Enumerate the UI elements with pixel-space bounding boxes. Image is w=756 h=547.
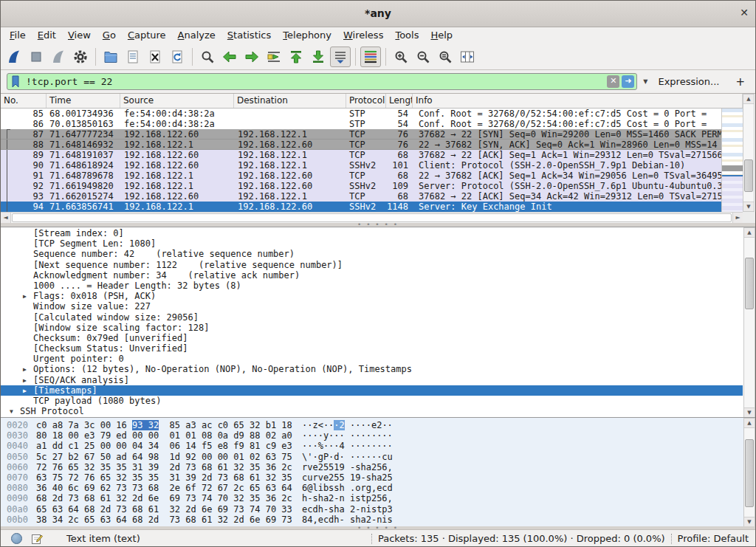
hex-bytes[interactable]: 36 40 6c 69 62 73 73 68 2e 6f 72 67 2c 6… [36,483,292,493]
zoom-in-button[interactable] [391,47,411,67]
packet-row[interactable]: 8568.001734936fe:54:00:d4:38:2aSTP54Conf… [1,109,721,119]
detail-line[interactable]: [Window size scaling factor: 128] [1,323,743,333]
display-filter-entry[interactable]: !tcp.port == 22 ✕ ➜ [7,73,637,90]
hex-row[interactable]: 009068 2d 73 68 61 32 2d 6e 69 73 74 70 … [1,493,743,503]
menu-tools[interactable]: Tools [389,27,425,44]
close-window-icon[interactable]: ✕ [740,7,749,18]
hex-ascii[interactable]: ···%···4 ········ [302,441,393,451]
menu-telephony[interactable]: Telephony [277,27,337,44]
intelligent-scrollbar-minimap[interactable] [721,109,743,212]
hex-row[interactable]: 0040a1 dd c1 25 00 00 04 34 06 14 f5 e8 … [1,441,743,451]
expression-button[interactable]: Expression... [653,76,724,87]
scroll-thumb[interactable] [744,159,753,192]
detail-line[interactable]: Urgent pointer: 0 [1,354,743,364]
hex-ascii[interactable]: curve255 19-sha25 [302,472,393,483]
hex-row[interactable]: 006072 76 65 32 35 35 31 39 2d 73 68 61 … [1,462,743,472]
save-capture-file-button[interactable] [123,47,143,67]
packet-row[interactable]: 9071.648618924192.168.122.60192.168.122.… [1,160,721,171]
menu-wireless[interactable]: Wireless [337,27,389,44]
column-header-info[interactable]: Info [413,94,743,108]
details-vscrollbar[interactable]: ▲ ▼ [743,227,755,418]
column-header-protocol[interactable]: Protocol [346,94,386,108]
column-header-destination[interactable]: Destination [234,94,346,108]
hex-ascii[interactable]: h-sha2-n istp256, [302,493,393,503]
detail-line[interactable]: [TCP Segment Len: 1080] [1,238,743,249]
column-header-source[interactable]: Source [120,94,234,108]
scroll-thumb[interactable] [12,213,732,222]
detail-line[interactable]: Window size value: 227 [1,301,743,312]
scroll-down-icon[interactable]: ▼ [743,202,754,211]
collapsed-arrow-icon[interactable]: ▶ [23,292,27,302]
scroll-down-icon[interactable]: ▼ [744,407,755,417]
detail-line[interactable]: Acknowledgment number: 34 (relative ack … [1,270,743,281]
packet-row[interactable]: 8670.013850163fe:54:00:d4:38:2aSTP54Conf… [1,119,721,129]
filter-apply-icon[interactable]: ➜ [622,75,634,88]
expanded-arrow-icon[interactable]: ▼ [10,407,13,417]
detail-line[interactable]: ▶Flags: 0x018 (PSH, ACK) [1,291,743,301]
packet-row[interactable]: 9171.648789678192.168.122.1192.168.122.6… [1,171,721,181]
detail-line[interactable]: [Next sequence number: 1122 (relative se… [1,260,743,270]
column-header-length[interactable]: Length [386,94,413,108]
go-first-packet-button[interactable] [286,47,306,67]
detail-line[interactable]: [Stream index: 0] [1,228,743,238]
filter-history-dropdown-icon[interactable]: ▼ [642,78,649,85]
scroll-up-icon[interactable]: ▲ [744,419,755,428]
detail-line[interactable]: ▶Options: (12 bytes), No-Operation (NOP)… [1,364,743,374]
hex-row[interactable]: 00a065 63 64 68 2d 73 68 61 32 2d 6e 69 … [1,504,743,515]
packet-list-vscrollbar[interactable]: ▲ ▼ [743,94,755,212]
collapsed-arrow-icon[interactable]: ▶ [23,365,27,375]
menu-analyze[interactable]: Analyze [172,27,221,44]
go-forward-button[interactable] [241,47,262,67]
scroll-down-icon[interactable]: ▼ [744,517,755,526]
zoom-original-button[interactable] [435,47,456,67]
menu-file[interactable]: File [4,27,32,44]
packet-list-hscrollbar[interactable]: ◄ ► [1,212,743,223]
scroll-thumb[interactable] [745,439,754,507]
open-capture-file-button[interactable] [100,47,121,67]
filter-input[interactable]: !tcp.port == 22 [21,76,605,87]
hex-ascii[interactable]: rve25519 -sha256, [302,462,393,472]
hex-bytes[interactable]: 68 2d 73 68 61 32 2d 6e 69 73 74 70 32 3… [36,493,292,503]
close-capture-file-button[interactable] [145,47,165,67]
menu-statistics[interactable]: Statistics [221,27,277,44]
hex-row[interactable]: 0020c0 a8 7a 3c 00 16 93 32 85 a3 ac c0 … [1,420,743,430]
packet-row[interactable]: 9271.661949820192.168.122.1192.168.122.6… [1,181,721,191]
collapsed-arrow-icon[interactable]: ▶ [23,376,27,386]
scroll-thumb[interactable] [745,258,754,309]
hex-bytes[interactable]: 38 34 2c 65 63 64 68 2d 73 68 61 32 2d 6… [36,515,292,525]
hex-bytes[interactable]: a1 dd c1 25 00 00 04 34 06 14 f5 e8 f9 8… [36,441,292,451]
scroll-up-icon[interactable]: ▲ [743,94,754,104]
hex-bytes[interactable]: 80 18 00 e3 79 ed 00 00 01 01 08 0a d9 8… [36,430,292,441]
scroll-up-icon[interactable]: ▲ [744,228,755,238]
hex-row[interactable]: 00b038 34 2c 65 63 64 68 2d 73 68 61 32 … [1,515,743,525]
detail-line[interactable]: Sequence number: 42 (relative sequence n… [1,249,743,259]
hex-bytes[interactable]: c0 a8 7a 3c 00 16 93 32 85 a3 ac c0 65 3… [36,420,292,430]
scroll-left-icon[interactable]: ◄ [1,213,11,223]
hex-vscrollbar[interactable]: ▲ ▼ [743,418,755,527]
hex-ascii[interactable]: ··z<···2 ····e2·· [302,420,393,430]
menu-help[interactable]: Help [425,27,458,44]
detail-line[interactable]: ▶[Timestamps] [1,385,743,396]
menu-go[interactable]: Go [97,27,122,44]
filter-bookmark-icon[interactable] [10,75,21,89]
packet-row[interactable]: 8771.647777234192.168.122.60192.168.122.… [1,129,721,140]
zoom-out-button[interactable] [413,47,433,67]
packet-row[interactable]: 8871.648146932192.168.122.1192.168.122.6… [1,140,721,150]
start-capture-button[interactable] [4,47,24,67]
hex-ascii[interactable]: ecdh-sha 2-nistp3 [302,504,393,515]
hex-bytes[interactable]: 63 75 72 76 65 32 35 35 31 39 2d 73 68 6… [36,472,292,483]
status-profile[interactable]: Profile: Default [678,533,755,544]
packet-row[interactable]: 9471.663856741192.168.122.1192.168.122.6… [1,202,721,212]
detail-line[interactable]: TCP payload (1080 bytes) [1,396,743,406]
hex-row[interactable]: 008036 40 6c 69 62 73 73 68 2e 6f 72 67 … [1,483,743,493]
hex-ascii[interactable]: ····y··· ········ [302,430,393,441]
restart-capture-button[interactable] [48,47,69,67]
reload-capture-file-button[interactable] [167,47,188,67]
stop-capture-button[interactable] [26,47,47,67]
menu-capture[interactable]: Capture [122,27,172,44]
hex-row[interactable]: 003080 18 00 e3 79 ed 00 00 01 01 08 0a … [1,430,743,441]
hex-ascii[interactable]: 84,ecdh- sha2-nis [302,515,393,525]
capture-comment-icon[interactable] [31,533,43,545]
hex-row[interactable]: 00505c 27 b2 67 50 ad 64 98 1d 92 00 00 … [1,452,743,462]
detail-line[interactable]: Checksum: 0x79ed [unverified] [1,333,743,343]
